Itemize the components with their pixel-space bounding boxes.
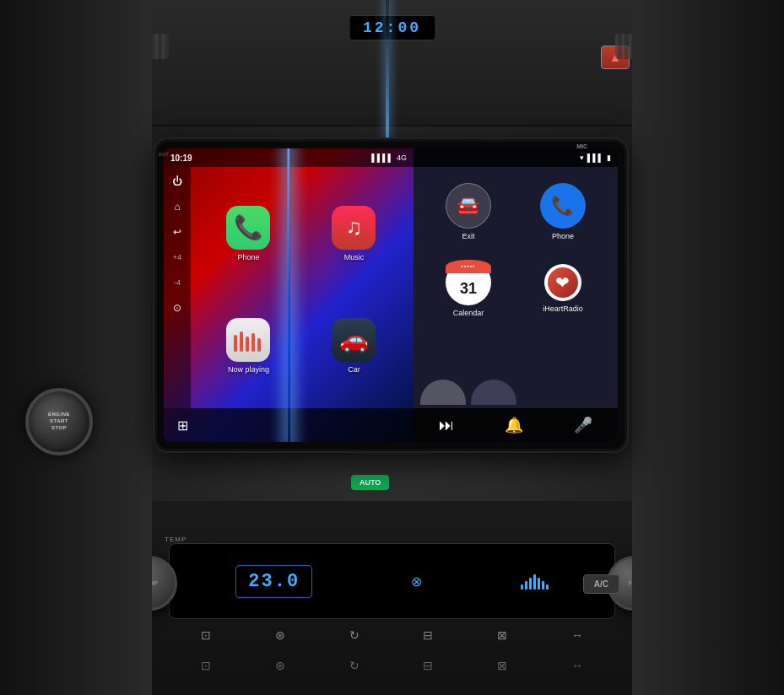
iheart-icon: ❤ [544,264,581,301]
interior-right [632,0,784,695]
temp-label: TEMP [165,536,187,543]
ctrl-3[interactable]: ↻ [349,659,360,672]
fan-bar-4 [533,574,536,590]
fan-speed-display [521,573,549,590]
ctrl-5[interactable]: ⊠ [497,659,507,672]
wifi-icon: ▾ [580,154,584,162]
ac-button[interactable]: A/C [583,574,619,594]
ctrl-1[interactable]: ⊡ [201,659,211,672]
screen-light-beam [287,148,289,442]
calendar-icon: ▪▪▪▪▪ 31 [446,260,491,305]
music-icon: ♫ [332,206,376,250]
recirculate-button[interactable]: ↻ [343,625,366,645]
fan-bar-6 [542,581,544,590]
ctrl-4[interactable]: ⊟ [423,659,433,672]
android-status-bar: ▾ ▌▌▌ ▮ [414,148,618,167]
exit-icon: 🚘 [446,183,491,229]
music-label: Music [344,253,365,261]
temperature-display: 23.0 [235,565,312,598]
volume-up-icon[interactable]: +4 [168,248,187,267]
android-phone-icon: 📞 [540,183,586,229]
power-icon[interactable]: ⏻ [168,172,187,191]
android-app-grid: 🚘 Exit 📞 Phone ▪▪▪▪▪ 31 Calend [420,172,611,405]
calendar-label: Calendar [453,309,484,317]
mic-label: MIC [576,143,587,149]
car-label: Car [348,365,360,374]
fan-symbol: ⊗ [411,574,422,590]
interior-left [0,0,152,695]
ctrl-2[interactable]: ⊛ [275,659,285,672]
notification-icon[interactable]: 🔔 [505,416,523,434]
bottom-controls: ⊡ ⊛ ↻ ⊟ ⊠ ↔ [169,653,615,678]
svg-rect-1 [240,331,243,352]
sync-button[interactable]: ↔ [565,625,590,645]
svg-rect-0 [234,335,237,352]
fan-bar-3 [529,578,532,590]
android-partial-row [420,380,611,405]
next-track-icon[interactable]: ⏭ [439,417,454,434]
auto-button[interactable]: AUTO [351,475,389,490]
clock-display: 12:00 [349,15,435,40]
engine-start-label: ENGINESTARTSTOP [48,412,70,431]
phone-label: Phone [237,253,259,261]
defrost-rear-button[interactable]: ⊡ [194,625,218,645]
carplay-panel: 10:19 ▌▌▌▌ 4G ⏻ ⌂ ↩ +4 -4 ⊙ 📞 P [164,148,414,442]
rst-label: RST [159,152,169,157]
svg-rect-4 [257,338,261,352]
carplay-time: 10:19 [170,154,192,163]
carplay-app-grid: 📞 Phone ♫ Music [192,174,410,405]
main-screen: 10:19 ▌▌▌▌ 4G ⏻ ⌂ ↩ +4 -4 ⊙ 📞 P [164,148,618,442]
iheart-inner-circle: ❤ [548,267,578,298]
signal-icon: ▌▌▌▌ [371,154,393,162]
android-phone-app[interactable]: 📞 Phone [518,175,608,247]
mic-icon[interactable]: 🎤 [574,416,592,434]
svg-rect-2 [246,337,249,352]
settings-icon[interactable]: ⊙ [168,299,187,317]
nowplaying-label: Now playing [228,365,269,374]
phone-icon: 📞 [226,206,270,250]
exit-label: Exit [462,232,474,240]
back-icon[interactable]: ↩ [168,223,187,241]
iheart-heart-symbol: ❤ [555,272,570,293]
defrost-front-button[interactable]: ⊠ [490,625,514,645]
android-calendar-app[interactable]: ▪▪▪▪▪ 31 Calendar [424,252,513,324]
android-exit-app[interactable]: 🚘 Exit [424,175,513,247]
carplay-nowplaying-app[interactable]: Now playing [199,293,298,398]
car-icon: 🚗 [332,318,376,362]
fan-bar-2 [525,581,527,590]
fan-bar-7 [546,585,549,590]
screen-bezel: MIC RST 10:19 ▌▌▌▌ 4G ⏻ ⌂ ↩ +4 -4 ⊙ [154,139,627,451]
temperature-value: 23.0 [248,571,300,592]
nowplaying-icon [226,318,270,362]
status-icons: ▌▌▌▌ 4G [371,154,407,162]
airflow-button[interactable]: ⊛ [268,625,292,645]
fan-bar-5 [538,578,540,590]
light-beam-top [386,0,389,139]
battery-icon: ▮ [607,154,611,162]
partial-app-1 [420,380,466,405]
android-phone-label: Phone [552,232,574,240]
svg-rect-3 [251,333,255,352]
fan-bar-1 [521,585,523,590]
grid-icon[interactable]: ⊞ [174,414,192,437]
android-bottom-bar: ⏭ 🔔 🎤 [414,408,618,442]
defog-button[interactable]: ⊟ [416,625,440,645]
home-icon[interactable]: ⌂ [168,197,187,216]
carplay-car-app[interactable]: 🚗 Car [305,293,403,398]
partial-app-2 [471,380,516,405]
carplay-music-app[interactable]: ♫ Music [305,180,403,286]
ctrl-6[interactable]: ↔ [571,659,583,672]
android-panel: ▾ ▌▌▌ ▮ 🚘 Exit 📞 Phone [414,148,618,442]
climate-buttons-row: ⊡ ⊛ ↻ ⊟ ⊠ ↔ [169,622,615,649]
signal-bars-icon: ▌▌▌ [587,154,603,162]
engine-start-button[interactable]: ENGINESTARTSTOP [25,388,93,455]
android-iheart-app[interactable]: ❤ iHeartRadio [518,252,608,324]
volume-down-icon[interactable]: -4 [168,273,187,292]
climate-panel: AUTO 23.0 ⊗ [169,543,615,619]
iheart-label: iHeartRadio [543,304,583,313]
carplay-phone-app[interactable]: 📞 Phone [199,180,298,286]
carplay-sidebar: ⏻ ⌂ ↩ +4 -4 ⊙ [164,167,191,408]
network-label: 4G [397,154,407,162]
